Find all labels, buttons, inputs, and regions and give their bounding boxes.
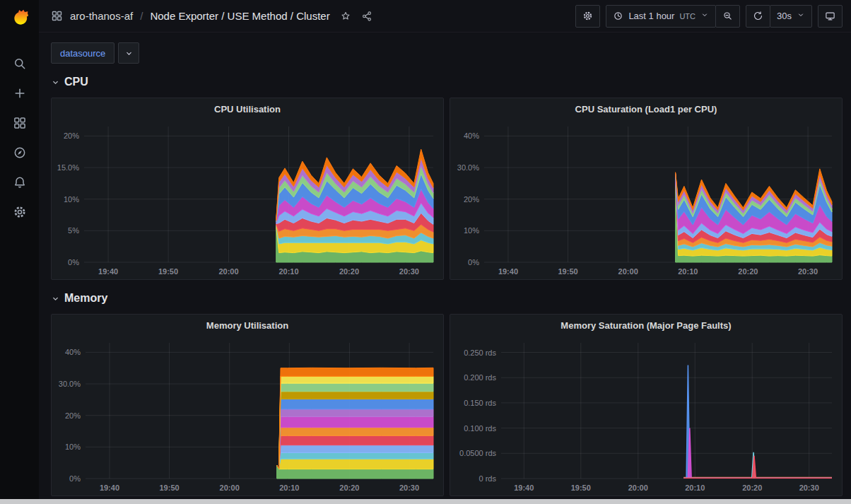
panel-cpu-utilisation: CPU Utilisation 0%5%10%15.0%20%19:4019:5… [51, 98, 444, 280]
cpu-saturation-chart[interactable]: 0%10%20%30.0%40%19:4019:5020:0020:1020:2… [450, 119, 842, 279]
svg-text:15.0%: 15.0% [57, 163, 79, 172]
chevron-down-icon [797, 11, 805, 21]
timezone-label: UTC [679, 12, 696, 20]
svg-text:10%: 10% [65, 443, 81, 451]
refresh-interval-label: 30s [777, 11, 792, 21]
plus-icon [13, 86, 27, 100]
chevron-down-icon [51, 294, 60, 303]
svg-text:20:20: 20:20 [742, 484, 762, 492]
dashboard-settings-button[interactable] [575, 5, 600, 28]
svg-text:20:20: 20:20 [339, 484, 359, 492]
panel-memory-saturation: Memory Saturation (Major Page Faults) 0 … [450, 314, 843, 496]
bottom-edge [0, 499, 851, 504]
svg-text:20:00: 20:00 [220, 484, 240, 492]
zoom-out-button[interactable] [715, 5, 740, 28]
svg-text:10%: 10% [64, 195, 79, 204]
svg-text:19:40: 19:40 [98, 267, 118, 276]
datasource-variable-button[interactable]: datasource [51, 42, 115, 64]
svg-text:19:50: 19:50 [558, 267, 578, 276]
dashboard-title[interactable]: Node Exporter / USE Method / Cluster [150, 10, 329, 22]
panel-header[interactable]: Memory Saturation (Major Page Faults) [450, 315, 842, 336]
dashboards-grid-icon [13, 116, 27, 130]
svg-text:0.150 rds: 0.150 rds [464, 399, 496, 407]
zoom-out-icon [722, 11, 733, 21]
grafana-logo-icon[interactable] [9, 6, 30, 28]
cpu-panels-row: CPU Utilisation 0%5%10%15.0%20%19:4019:5… [51, 98, 843, 280]
svg-text:0.100 rds: 0.100 rds [464, 424, 496, 433]
svg-text:20:10: 20:10 [278, 267, 298, 276]
gear-icon [13, 205, 27, 219]
svg-text:0%: 0% [68, 258, 79, 266]
svg-text:20:30: 20:30 [399, 484, 419, 492]
svg-text:20:10: 20:10 [685, 484, 705, 492]
svg-text:0.200 rds: 0.200 rds [464, 373, 496, 382]
breadcrumb-team[interactable]: aro-thanos-af [70, 10, 133, 22]
monitor-icon [825, 11, 835, 21]
svg-text:19:50: 19:50 [571, 484, 591, 492]
template-variables-row: datasource [51, 42, 843, 64]
share-icon[interactable] [361, 11, 372, 22]
chevron-down-icon [124, 49, 134, 58]
svg-text:0 rds: 0 rds [479, 474, 497, 483]
sidebar-item-search[interactable] [5, 49, 35, 78]
panel-title: CPU Saturation (Load1 per CPU) [575, 104, 717, 115]
breadcrumb: aro-thanos-af / Node Exporter / USE Meth… [51, 10, 372, 22]
time-range-button[interactable]: Last 1 hour UTC [606, 5, 716, 28]
panel-header[interactable]: CPU Utilisation [52, 98, 443, 119]
explore-compass-icon [13, 146, 27, 160]
svg-text:20:20: 20:20 [738, 267, 758, 276]
panel-header[interactable]: CPU Saturation (Load1 per CPU) [450, 98, 842, 119]
clock-icon [613, 11, 623, 21]
top-navbar: aro-thanos-af / Node Exporter / USE Meth… [39, 0, 851, 33]
svg-text:10%: 10% [464, 226, 479, 235]
svg-text:20:00: 20:00 [618, 267, 638, 276]
favorite-star-icon[interactable] [340, 11, 351, 22]
section-header-memory[interactable]: Memory [51, 292, 843, 305]
svg-text:20:20: 20:20 [339, 267, 359, 276]
search-icon [13, 57, 27, 71]
svg-text:0%: 0% [69, 474, 81, 483]
svg-text:40%: 40% [464, 131, 479, 140]
panel-memory-utilisation: Memory Utilisation 0%10%20%30.0%40%19:40… [51, 314, 444, 496]
section-header-cpu[interactable]: CPU [51, 76, 843, 88]
svg-text:20:00: 20:00 [218, 267, 238, 276]
svg-text:19:50: 19:50 [160, 484, 180, 492]
section-title-memory: Memory [64, 292, 107, 305]
panel-title: CPU Utilisation [214, 104, 281, 115]
grafana-app: aro-thanos-af / Node Exporter / USE Meth… [0, 0, 851, 504]
memory-utilisation-chart[interactable]: 0%10%20%30.0%40%19:4019:5020:0020:1020:2… [52, 336, 443, 496]
svg-text:20:00: 20:00 [628, 484, 648, 492]
svg-text:0.0500 rds: 0.0500 rds [459, 449, 496, 457]
memory-saturation-chart[interactable]: 0 rds0.0500 rds0.100 rds0.150 rds0.200 r… [450, 336, 842, 496]
breadcrumb-separator: / [140, 10, 143, 22]
sidebar-item-alerting[interactable] [5, 168, 35, 197]
apps-grid-icon[interactable] [51, 10, 63, 22]
cpu-utilisation-chart[interactable]: 0%5%10%15.0%20%19:4019:5020:0020:1020:20… [52, 119, 443, 279]
main-area: aro-thanos-af / Node Exporter / USE Meth… [39, 0, 851, 504]
svg-text:20:10: 20:10 [678, 267, 698, 276]
svg-text:20:30: 20:30 [399, 267, 419, 276]
alerts-bell-icon [13, 175, 27, 189]
svg-text:20%: 20% [64, 131, 79, 140]
refresh-button[interactable] [746, 5, 770, 28]
sidebar-item-explore[interactable] [5, 138, 35, 168]
sidebar-item-create[interactable] [5, 78, 35, 108]
sidebar [0, 0, 39, 504]
sidebar-item-configuration[interactable] [5, 197, 35, 227]
panel-cpu-saturation: CPU Saturation (Load1 per CPU) 0%10%20%3… [450, 98, 843, 280]
datasource-dropdown-button[interactable] [118, 42, 139, 64]
memory-panels-row: Memory Utilisation 0%10%20%30.0%40%19:40… [51, 314, 843, 496]
refresh-interval-button[interactable]: 30s [770, 5, 812, 28]
kiosk-mode-button[interactable] [818, 5, 843, 28]
svg-text:19:40: 19:40 [514, 484, 534, 492]
svg-text:20%: 20% [65, 411, 81, 420]
refresh-icon [753, 11, 763, 21]
svg-text:20:30: 20:30 [799, 484, 819, 492]
panel-title: Memory Utilisation [206, 320, 288, 331]
svg-text:19:40: 19:40 [498, 267, 518, 276]
svg-text:40%: 40% [65, 348, 81, 356]
sidebar-item-dashboards[interactable] [5, 108, 35, 138]
panel-header[interactable]: Memory Utilisation [52, 315, 443, 336]
svg-text:20:10: 20:10 [279, 484, 299, 492]
svg-text:0%: 0% [468, 258, 479, 266]
